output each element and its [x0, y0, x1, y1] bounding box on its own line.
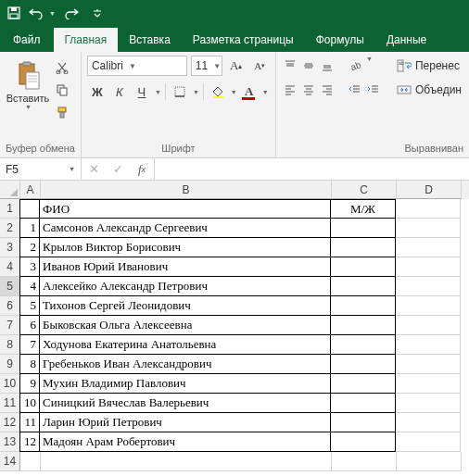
cell[interactable]: 3 [19, 257, 40, 277]
cell[interactable] [396, 355, 461, 374]
cell[interactable] [396, 277, 461, 296]
save-icon[interactable] [4, 3, 24, 23]
row-header[interactable]: 14 [0, 452, 20, 471]
cell[interactable] [396, 219, 461, 238]
fill-color-icon[interactable] [208, 81, 228, 102]
cell[interactable]: Мухин Владимир Павлович [40, 374, 331, 394]
cell[interactable] [331, 238, 396, 257]
chevron-down-icon[interactable]: ▼ [193, 89, 199, 95]
cell[interactable] [331, 335, 396, 355]
cell[interactable]: Гребеньков Иван Александрович [40, 355, 331, 374]
cell[interactable]: 11 [19, 413, 40, 432]
cell[interactable]: Крылов Виктор Борисович [40, 238, 331, 257]
cell[interactable] [331, 413, 396, 432]
undo-icon[interactable] [26, 3, 46, 23]
col-header-D[interactable]: D [397, 181, 462, 199]
cell[interactable] [396, 257, 461, 277]
cell[interactable]: 7 [19, 335, 40, 355]
row-header[interactable]: 9 [0, 355, 20, 374]
wrap-text-button[interactable]: ab Перенес [393, 56, 465, 76]
cell[interactable]: Иванов Юрий Иванович [40, 257, 331, 277]
font-size-combo[interactable]: 11▼ [191, 56, 222, 76]
cut-icon[interactable] [54, 59, 70, 76]
font-name-combo[interactable]: Calibri▼ [87, 56, 187, 76]
cell[interactable]: 8 [19, 355, 40, 374]
cell[interactable] [331, 277, 396, 296]
cell[interactable]: 6 [19, 316, 40, 335]
cell[interactable] [397, 452, 462, 471]
merge-button[interactable]: Объедин [393, 80, 465, 100]
redo-icon[interactable] [61, 3, 82, 23]
row-header[interactable]: 11 [0, 394, 20, 413]
cell[interactable] [331, 355, 396, 374]
row-header[interactable]: 4 [0, 257, 20, 277]
col-header-B[interactable]: B [41, 181, 332, 199]
cell[interactable] [396, 199, 461, 219]
cell[interactable] [331, 374, 396, 394]
cell[interactable] [331, 219, 396, 238]
tab-home[interactable]: Главная [54, 28, 119, 52]
cell[interactable]: Быковская Ольга Алексеевна [40, 316, 331, 335]
cell[interactable] [332, 452, 397, 471]
cell[interactable] [396, 432, 461, 452]
col-header-C[interactable]: C [332, 181, 397, 199]
align-right-icon[interactable] [319, 80, 336, 100]
align-center-icon[interactable] [300, 80, 317, 100]
select-all-corner[interactable] [0, 181, 20, 199]
cell[interactable] [331, 316, 396, 335]
bold-button[interactable]: Ж [87, 81, 108, 102]
cell[interactable] [396, 374, 461, 394]
cell[interactable] [331, 257, 396, 277]
cell[interactable] [20, 452, 41, 471]
cell[interactable]: М/Ж [331, 199, 396, 219]
cell[interactable]: ФИО [40, 199, 331, 219]
customize-qat-icon[interactable] [87, 3, 108, 23]
paste-button[interactable]: Вставить ▼ [6, 56, 50, 110]
cell[interactable]: Самсонов Александр Сергеевич [40, 219, 331, 238]
cell[interactable] [396, 413, 461, 432]
cell[interactable] [396, 296, 461, 316]
row-header[interactable]: 3 [0, 238, 20, 257]
chevron-down-icon[interactable]: ▼ [231, 89, 237, 95]
chevron-down-icon[interactable]: ▼ [155, 89, 161, 95]
tab-formulas[interactable]: Формулы [305, 28, 375, 52]
cell[interactable]: 2 [19, 238, 40, 257]
enter-icon[interactable]: ✓ [106, 162, 130, 176]
col-header-A[interactable]: A [20, 181, 41, 199]
cell[interactable] [396, 238, 461, 257]
row-header[interactable]: 10 [0, 374, 20, 394]
cell[interactable]: 1 [19, 219, 40, 238]
tab-file[interactable]: Файл [0, 28, 54, 52]
font-color-icon[interactable]: A [239, 81, 260, 102]
increase-indent-icon[interactable] [365, 80, 382, 100]
cell[interactable] [331, 394, 396, 413]
fx-icon[interactable]: fx [130, 162, 154, 177]
align-middle-icon[interactable] [300, 56, 317, 76]
tab-data[interactable]: Данные [375, 28, 437, 52]
row-header[interactable]: 1 [0, 199, 20, 219]
align-top-icon[interactable] [282, 56, 298, 76]
cell[interactable] [331, 296, 396, 316]
cancel-icon[interactable]: ✕ [82, 162, 106, 176]
row-header[interactable]: 12 [0, 413, 20, 432]
cell[interactable] [41, 452, 332, 471]
underline-button[interactable]: Ч [132, 81, 152, 102]
cell[interactable]: 5 [19, 296, 40, 316]
tab-page-layout[interactable]: Разметка страницы [182, 28, 305, 52]
align-left-icon[interactable] [282, 80, 298, 100]
chevron-down-icon[interactable]: ▼ [262, 89, 269, 95]
row-header[interactable]: 8 [0, 335, 20, 355]
cell[interactable] [331, 432, 396, 452]
cell[interactable]: Мадоян Арам Робертович [40, 432, 331, 452]
cell[interactable]: Ходунова Екатерина Анатольевна [40, 335, 331, 355]
cell[interactable] [396, 316, 461, 335]
cell[interactable]: 10 [19, 394, 40, 413]
row-header[interactable]: 7 [0, 316, 20, 335]
increase-font-icon[interactable]: A▴ [226, 56, 247, 76]
cell[interactable]: Алексейко Александр Петрович [40, 277, 331, 296]
decrease-indent-icon[interactable] [347, 80, 363, 100]
italic-button[interactable]: К [109, 81, 130, 102]
cell[interactable]: Ларин Юрий Петрович [40, 413, 331, 432]
align-bottom-icon[interactable] [319, 56, 336, 76]
orientation-icon[interactable]: ab [347, 56, 363, 76]
